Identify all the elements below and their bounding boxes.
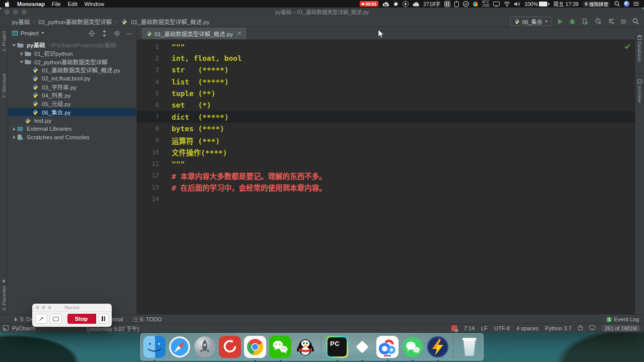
volume-icon[interactable] bbox=[514, 2, 520, 7]
code-line[interactable]: 1""" bbox=[137, 41, 635, 52]
code-line[interactable]: 10文件操作(****) bbox=[137, 146, 635, 158]
close-icon[interactable]: ✕ bbox=[237, 30, 242, 37]
code-line[interactable]: 11""" bbox=[137, 158, 635, 169]
menu-edit[interactable]: Edit bbox=[68, 1, 77, 7]
record-area-button[interactable] bbox=[50, 314, 62, 324]
dock-trash-icon[interactable] bbox=[458, 336, 480, 358]
code-line[interactable]: 8bytes (****) bbox=[137, 123, 635, 134]
line-number[interactable]: 14 bbox=[137, 196, 166, 203]
menubar-clock[interactable]: 周五 17:39 bbox=[553, 0, 579, 8]
code-line[interactable]: 5tuple (**) bbox=[137, 87, 635, 99]
screen-reader-icon[interactable] bbox=[589, 325, 595, 331]
netdisk-cloud-icon[interactable] bbox=[382, 2, 389, 7]
indent-style[interactable]: 4 spaces bbox=[516, 325, 538, 331]
apple-icon[interactable] bbox=[5, 1, 10, 7]
breadcrumb-project[interactable]: py基础 bbox=[12, 18, 30, 26]
dock-chrome-icon[interactable] bbox=[244, 336, 266, 358]
search-everywhere-icon[interactable] bbox=[632, 18, 639, 25]
dock-pycharm-icon[interactable]: PC bbox=[326, 336, 348, 358]
locate-file-icon[interactable] bbox=[89, 30, 95, 37]
project-tree-item[interactable]: Scratches and Consoles bbox=[8, 133, 136, 142]
hide-panel-icon[interactable]: — bbox=[127, 30, 133, 36]
collapse-all-icon[interactable] bbox=[102, 30, 107, 37]
editor-tab[interactable]: 01_基础数据类型详解_概述.py ✕ bbox=[142, 28, 246, 39]
gear-icon[interactable] bbox=[114, 30, 120, 37]
run-configuration-select[interactable]: 06_集合 bbox=[510, 17, 552, 26]
line-number[interactable]: 13 bbox=[137, 184, 166, 191]
tree-expand-arrow-icon[interactable] bbox=[19, 59, 24, 64]
weiyun-cloud-icon[interactable] bbox=[413, 2, 419, 7]
lock-icon[interactable] bbox=[578, 325, 583, 331]
clipboard-icon[interactable] bbox=[454, 1, 459, 7]
check-circle-icon[interactable] bbox=[463, 1, 469, 7]
keyboard-grid-icon[interactable] bbox=[444, 1, 450, 7]
project-tree-item[interactable]: 03_字符串.py bbox=[8, 82, 136, 91]
toolwindow-favorites-button[interactable]: 2: Favorites ★ bbox=[1, 279, 7, 311]
project-tree-item[interactable]: test.py bbox=[8, 116, 136, 125]
code-line[interactable]: 13# 在后面的学习中，会经常的使用到本章内容。 bbox=[137, 182, 635, 193]
toolwindow-sciview-button[interactable]: SciView bbox=[637, 79, 642, 103]
temperature-readout[interactable]: 62°C2339 bbox=[482, 1, 489, 7]
event-log-button[interactable]: 1 Event Log bbox=[606, 315, 639, 324]
tree-expand-arrow-icon[interactable] bbox=[19, 51, 24, 56]
code-line[interactable]: 7dict (*****) bbox=[137, 111, 635, 123]
display-icon[interactable] bbox=[493, 2, 500, 7]
project-tree-item[interactable]: 02_python基础数据类型详解 bbox=[8, 57, 136, 66]
line-number[interactable]: 12 bbox=[137, 172, 166, 179]
menu-list-icon[interactable] bbox=[633, 2, 639, 6]
project-tree-item[interactable]: 01_初识python bbox=[8, 49, 136, 58]
debug-button[interactable] bbox=[569, 18, 576, 25]
memory-indicator[interactable]: 261 of 1981M bbox=[602, 325, 640, 331]
line-number[interactable]: 7 bbox=[137, 114, 166, 121]
line-number[interactable]: 1 bbox=[137, 43, 166, 50]
recording-timer-badge[interactable]: 00:01 bbox=[360, 1, 379, 7]
line-separator[interactable]: LF bbox=[481, 325, 488, 331]
dock-finder-icon[interactable] bbox=[143, 336, 166, 358]
battery-indicator[interactable]: 100% bbox=[524, 1, 549, 7]
spotlight-search-icon[interactable] bbox=[614, 1, 620, 7]
line-number[interactable]: 6 bbox=[137, 102, 166, 109]
tree-expand-arrow-icon[interactable] bbox=[11, 126, 17, 132]
wifi-icon[interactable] bbox=[504, 2, 510, 7]
line-number[interactable]: 11 bbox=[137, 160, 166, 167]
toolwindow-todo-button[interactable]: 6: TODO bbox=[133, 315, 162, 324]
toolwindow-switcher-icon[interactable] bbox=[3, 325, 9, 332]
sogou-ime-icon[interactable]: S搜狗拼音 bbox=[583, 1, 610, 7]
line-number[interactable]: 8 bbox=[137, 125, 166, 132]
dock-safari-icon[interactable] bbox=[169, 336, 191, 358]
project-tree-item[interactable]: 04_列表.py bbox=[8, 91, 136, 100]
code-line[interactable]: 2int, float, bool bbox=[137, 52, 635, 64]
toolwindow-database-button[interactable]: Database bbox=[637, 35, 642, 62]
code-line[interactable]: 12# 本章内容大多数都是要记。理解的东西不多。 bbox=[137, 170, 635, 182]
dock-netease-music-icon[interactable] bbox=[219, 336, 241, 358]
stop-recording-button[interactable]: Stop bbox=[67, 314, 96, 324]
project-tree-item[interactable]: 02_int,float,bool.py bbox=[8, 74, 136, 83]
stop-button[interactable] bbox=[621, 19, 626, 24]
update-notification-icon[interactable] bbox=[451, 325, 457, 331]
breadcrumb-package[interactable]: 02_python基础数据类型详解 bbox=[39, 18, 112, 26]
traffic-light-close[interactable] bbox=[5, 10, 10, 15]
breadcrumb-file[interactable]: 01_基础数据类型详解_概述.py bbox=[131, 18, 210, 26]
project-tree-item[interactable]: py基础 ~/PycharmProjects/py基础 bbox=[8, 41, 136, 49]
line-number[interactable]: 9 bbox=[137, 137, 166, 144]
code-editor[interactable]: 1"""2int, float, bool3str (*****)4list (… bbox=[137, 40, 635, 315]
code-line[interactable]: 3str (*****) bbox=[137, 64, 635, 76]
traffic-light-zoom[interactable] bbox=[22, 10, 27, 15]
bolt-circle-icon[interactable] bbox=[403, 1, 409, 7]
line-number[interactable]: 4 bbox=[137, 78, 166, 85]
status-message[interactable]: PyCharm bbox=[12, 325, 35, 331]
tree-expand-arrow-icon[interactable] bbox=[11, 134, 17, 140]
file-encoding[interactable]: UTF-8 bbox=[494, 325, 510, 331]
code-line[interactable]: 6set (*) bbox=[137, 100, 635, 111]
record-cursor-button[interactable]: ↗ bbox=[35, 314, 47, 324]
run-with-coverage-button[interactable] bbox=[582, 18, 589, 25]
dock-wechat-alt-icon[interactable] bbox=[401, 336, 424, 358]
siri-icon[interactable] bbox=[624, 1, 629, 7]
monosnap-icon[interactable] bbox=[393, 1, 398, 7]
python-interpreter[interactable]: Python 3.7 bbox=[545, 325, 572, 331]
run-button[interactable] bbox=[558, 19, 562, 24]
line-number[interactable]: 2 bbox=[137, 55, 166, 62]
toolwindow-project-button[interactable]: 1: Project bbox=[1, 31, 7, 51]
project-tree-item[interactable]: 01_基础数据类型详解_概述.py bbox=[8, 66, 136, 74]
code-line[interactable]: 4list (*****) bbox=[137, 76, 635, 87]
